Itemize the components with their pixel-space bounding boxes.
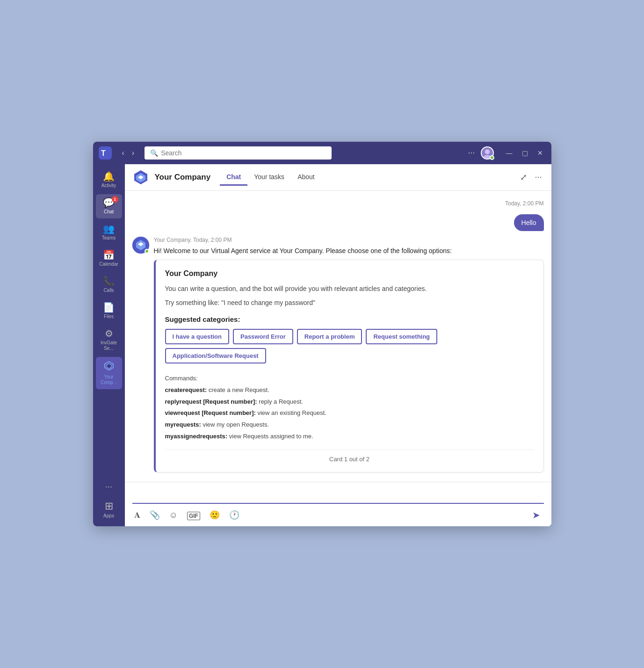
minimize-button[interactable]: —: [503, 148, 515, 158]
cmd-myrequests: myrequests:: [165, 421, 201, 428]
schedule-button[interactable]: 🕐: [227, 508, 241, 522]
sidebar-item-chat[interactable]: 💬 Chat 1: [96, 194, 122, 218]
cmd-myassigned: myassignedrequests:: [165, 433, 228, 440]
bot-message: Your Company. Today, 2:00 PM Hi! Welcome…: [132, 237, 544, 473]
more-dots-icon: ···: [105, 482, 112, 492]
sidebar-item-label: InvGate Se...: [98, 340, 120, 351]
sidebar-item-activity[interactable]: 🔔 Activity: [96, 168, 122, 192]
app-header: Your Company Chat Your tasks About ⤢ ···: [125, 164, 551, 191]
card-btn-problem[interactable]: Report a problem: [297, 329, 362, 344]
sidebar-more-button[interactable]: ···: [96, 478, 122, 495]
app-logo: [132, 169, 149, 186]
cmd-replyrequest: replyrequest [Request number]:: [165, 398, 257, 405]
sidebar-item-label: Files: [104, 314, 114, 319]
message-input[interactable]: [132, 488, 544, 504]
format-icon: 𝐀: [134, 510, 140, 520]
header-more-button[interactable]: ···: [533, 170, 543, 184]
sidebar-item-calls[interactable]: 📞 Calls: [96, 273, 122, 297]
forward-button[interactable]: ›: [129, 147, 137, 159]
attach-icon: 📎: [150, 510, 160, 520]
card-btn-question[interactable]: I have a question: [165, 329, 229, 344]
app-tabs: Chat Your tasks About: [220, 169, 321, 185]
sticker-button[interactable]: 🙂: [208, 508, 222, 522]
sticker-icon: 🙂: [210, 510, 220, 520]
sidebar-item-label: Activity: [101, 183, 116, 189]
calls-icon: 📞: [103, 276, 115, 286]
apps-icon: ⊞: [105, 501, 113, 511]
cmd-createrequest-desc: create a new Request.: [207, 386, 269, 393]
bot-online-indicator: [145, 249, 149, 254]
calendar-icon: 📅: [103, 250, 115, 260]
card-btn-software[interactable]: Application/Software Request: [165, 348, 266, 363]
card-suggested-title: Suggested categories:: [165, 315, 534, 323]
back-button[interactable]: ‹: [119, 147, 127, 159]
files-icon: 📄: [103, 303, 115, 312]
sidebar-item-label: Chat: [104, 209, 114, 215]
search-icon: 🔍: [150, 149, 158, 157]
search-input[interactable]: [161, 149, 326, 157]
card-pagination: Card 1 out of 2: [165, 450, 534, 463]
card-btn-password[interactable]: Password Error: [233, 329, 293, 344]
bot-content: Your Company. Today, 2:00 PM Hi! Welcome…: [154, 237, 544, 473]
search-bar: 🔍: [145, 146, 332, 160]
sidebar-item-teams[interactable]: 👥 Teams: [96, 220, 122, 245]
title-bar: T ‹ › 🔍 ···: [93, 142, 551, 164]
title-bar-right: ··· — ▢ ✕: [468, 146, 545, 160]
more-options-button[interactable]: ···: [468, 148, 475, 158]
card-description: You can write a question, and the bot wi…: [165, 283, 534, 294]
online-indicator: [490, 155, 494, 160]
commands-label: Commands:: [165, 375, 198, 382]
yourcomp-icon: [104, 361, 114, 372]
maximize-button[interactable]: ▢: [519, 148, 531, 158]
svg-point-3: [485, 149, 489, 154]
header-actions: ⤢ ···: [518, 170, 543, 184]
tab-about[interactable]: About: [291, 169, 321, 186]
sidebar-item-files[interactable]: 📄 Files: [96, 299, 122, 323]
sidebar-item-label: Apps: [103, 513, 114, 519]
cmd-viewrequest: viewrequest [Request number]:: [165, 409, 256, 416]
cmd-createrequest: createrequest:: [165, 386, 207, 393]
expand-button[interactable]: ⤢: [518, 170, 529, 184]
bot-avatar: [132, 237, 149, 254]
card-buttons: I have a question Password Error Report …: [165, 329, 534, 363]
teams-logo: T: [99, 146, 112, 160]
chat-area: Today, 2:00 PM Hello You: [125, 191, 551, 482]
sidebar-item-label: Calls: [103, 288, 114, 293]
gif-icon: GIF: [187, 512, 200, 520]
sidebar-item-yourcomp[interactable]: Your Comp...: [96, 357, 122, 389]
input-toolbar: 𝐀 📎 ☺ GIF 🙂 🕐: [132, 508, 544, 523]
card-btn-request[interactable]: Request something: [366, 329, 437, 344]
svg-marker-6: [107, 363, 111, 369]
message-timestamp: Today, 2:00 PM: [132, 200, 544, 207]
sidebar-item-calendar[interactable]: 📅 Calendar: [96, 247, 122, 271]
tab-yourtasks[interactable]: Your tasks: [247, 169, 291, 186]
sidebar-item-label: Calendar: [99, 261, 118, 267]
sidebar-item-invgate[interactable]: ⚙ InvGate Se...: [96, 325, 122, 355]
tab-chat[interactable]: Chat: [220, 169, 247, 186]
window-controls: — ▢ ✕: [503, 148, 546, 158]
card-try-text: Try something like: "I need to change my…: [165, 298, 534, 308]
user-message-row: Hello: [132, 214, 544, 231]
chat-badge: 1: [112, 196, 118, 203]
cmd-viewrequest-desc: view an existing Request.: [256, 409, 326, 416]
gif-button[interactable]: GIF: [185, 508, 202, 522]
content-area: Your Company Chat Your tasks About ⤢ ···…: [125, 164, 551, 527]
teams-window: T ‹ › 🔍 ···: [93, 142, 551, 527]
cmd-myassigned-desc: view Requests assigned to me.: [227, 433, 313, 440]
sidebar-item-label: Your Comp...: [98, 374, 120, 385]
sidebar-item-apps[interactable]: ⊞ Apps: [96, 497, 122, 523]
close-button[interactable]: ✕: [535, 148, 546, 158]
bot-sender-time: Your Company. Today, 2:00 PM: [154, 237, 544, 243]
sidebar-item-label: Teams: [102, 235, 116, 241]
invgate-icon: ⚙: [105, 329, 113, 338]
send-icon: ➤: [532, 510, 540, 520]
emoji-button[interactable]: ☺: [167, 508, 180, 522]
main-layout: 🔔 Activity 💬 Chat 1 👥 Teams 📅 Calendar 📞…: [93, 164, 551, 527]
sidebar: 🔔 Activity 💬 Chat 1 👥 Teams 📅 Calendar 📞…: [93, 164, 125, 527]
format-button[interactable]: 𝐀: [132, 508, 142, 522]
emoji-icon: ☺: [169, 510, 178, 520]
bot-card: Your Company You can write a question, a…: [154, 260, 544, 473]
attach-button[interactable]: 📎: [148, 508, 162, 522]
input-area: 𝐀 📎 ☺ GIF 🙂 🕐: [125, 482, 551, 526]
send-button[interactable]: ➤: [528, 508, 544, 523]
